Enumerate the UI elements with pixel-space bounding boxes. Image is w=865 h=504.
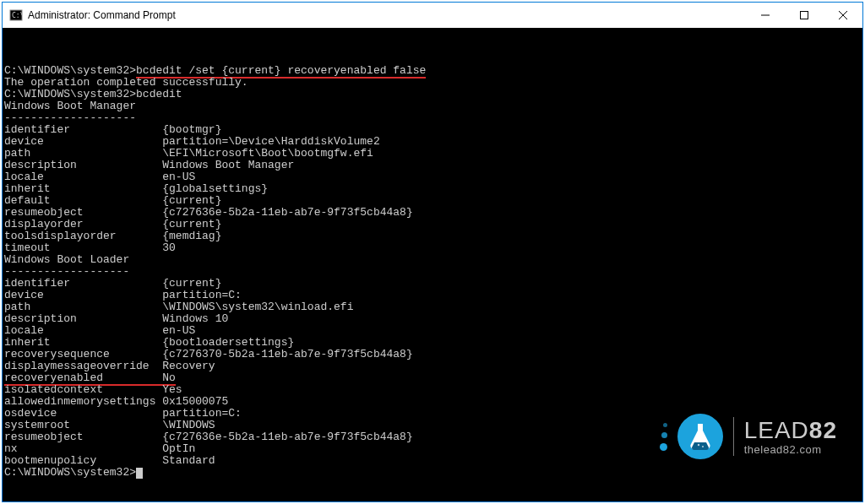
output-row: path \WINDOWS\system32\winload.efi — [4, 301, 861, 313]
output-row: default {current} — [4, 195, 861, 207]
svg-text:C:\: C:\ — [12, 12, 23, 19]
window-controls — [746, 3, 862, 28]
output-row: allowedinmemorysettings 0x15000075 — [4, 396, 861, 408]
output-line: The operation completed successfully. — [4, 77, 861, 89]
output-row: description Windows Boot Manager — [4, 160, 861, 171]
output-row: inherit {bootloadersettings} — [4, 337, 861, 349]
output-row: timeout 30 — [4, 242, 861, 254]
section-divider: ------------------- — [4, 266, 861, 278]
section-divider: -------------------- — [4, 112, 861, 124]
terminal-output[interactable]: C:\WINDOWS\system32>bcdedit /set {curren… — [3, 28, 862, 501]
section-header: Windows Boot Loader — [4, 254, 861, 266]
output-row: device partition=C: — [4, 290, 861, 301]
output-row: displayorder {current} — [4, 219, 861, 230]
prompt-line[interactable]: C:\WINDOWS\system32> — [4, 467, 861, 479]
output-row: device partition=\Device\HarddiskVolume2 — [4, 136, 861, 148]
output-row: recoveryenabled No — [4, 372, 861, 384]
svg-rect-3 — [801, 12, 808, 19]
cmd-icon: C:\ — [9, 8, 23, 22]
section-header: Windows Boot Manager — [4, 100, 861, 112]
output-row: inherit {globalsettings} — [4, 183, 861, 195]
output-row: locale en-US — [4, 171, 861, 183]
output-row: path \EFI\Microsoft\Boot\bootmgfw.efi — [4, 148, 861, 160]
titlebar[interactable]: C:\ Administrator: Command Prompt — [3, 3, 862, 28]
output-row: displaymessageoverride Recovery — [4, 360, 861, 372]
cursor — [136, 468, 143, 479]
output-row: locale en-US — [4, 325, 861, 337]
output-row: isolatedcontext Yes — [4, 384, 861, 396]
output-row: nx OptIn — [4, 443, 861, 455]
prompt-line: C:\WINDOWS\system32>bcdedit — [4, 89, 861, 100]
window-title: Administrator: Command Prompt — [28, 9, 176, 21]
minimize-button[interactable] — [746, 3, 785, 28]
output-row: osdevice partition=C: — [4, 408, 861, 420]
output-row: identifier {current} — [4, 278, 861, 290]
output-row: identifier {bootmgr} — [4, 124, 861, 136]
output-row: resumeobject {c727636e-5b2a-11eb-ab7e-9f… — [4, 207, 861, 219]
output-row: toolsdisplayorder {memdiag} — [4, 230, 861, 242]
output-row: resumeobject {c727636e-5b2a-11eb-ab7e-9f… — [4, 431, 861, 443]
output-row: systemroot \WINDOWS — [4, 420, 861, 431]
maximize-button[interactable] — [785, 3, 824, 28]
output-row: description Windows 10 — [4, 313, 861, 325]
close-button[interactable] — [824, 3, 862, 28]
prompt-line: C:\WINDOWS\system32>bcdedit /set {curren… — [4, 65, 861, 77]
output-row: recoverysequence {c7276370-5b2a-11eb-ab7… — [4, 349, 861, 360]
output-row: bootmenupolicy Standard — [4, 455, 861, 467]
command-prompt-window: C:\ Administrator: Command Prompt C:\WIN… — [2, 2, 863, 502]
